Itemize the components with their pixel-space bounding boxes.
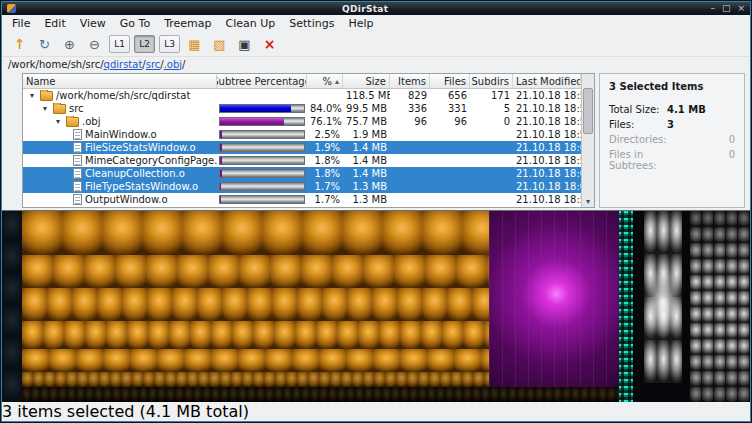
breadcrumb-link-src[interactable]: src <box>146 59 161 70</box>
detail-row-files: Files: 3 <box>609 119 735 130</box>
treemap-teal-strip[interactable] <box>619 211 633 402</box>
row-modified: 21.10.18 18:57 <box>513 103 581 114</box>
column-header-size[interactable]: Size <box>343 74 390 88</box>
table-row[interactable]: CleanupCollection.o 1.8% 1.4 MB 21.10.18… <box>23 167 581 180</box>
table-row[interactable]: OutputWindow.o 1.7% 1.3 MB 21.10.18 18:5… <box>23 193 581 206</box>
menu-view[interactable]: View <box>73 16 113 31</box>
treemap-purple-tiles[interactable] <box>652 389 694 402</box>
column-header-name[interactable]: Name <box>23 74 217 88</box>
row-name: FileTypeStatsWindow.o <box>85 181 198 192</box>
row-modified: 21.10.18 18:07 <box>513 142 581 153</box>
row-name: CleanupCollection.o <box>85 168 185 179</box>
column-header-subtree-percentage[interactable]: Subtree Percentage <box>217 74 307 88</box>
column-header-percent[interactable]: %▴ <box>307 74 343 88</box>
row-size: 1.4 MB <box>343 155 390 166</box>
row-items: 96 <box>390 116 430 127</box>
file-icon <box>73 181 82 192</box>
toolbar: ↑ ↻ ⊕ ⊖ L1 L2 L3 ▦ ▧ ▣ × <box>2 32 750 57</box>
menu-file[interactable]: File <box>5 16 37 31</box>
close-icon[interactable]: × <box>737 3 745 14</box>
row-modified: 21.10.18 18:57 <box>513 116 581 127</box>
treemap-highlight-glow <box>644 266 682 338</box>
treemap-view[interactable] <box>2 210 750 402</box>
qdirstat-window: QDirStat – □ × File Edit View Go To Tree… <box>1 1 751 422</box>
breadcrumb-link-obj[interactable]: .obj <box>164 59 182 70</box>
row-size: 1.9 MB <box>343 129 390 140</box>
treemap-zoom-out-button[interactable]: ▧ <box>209 34 230 54</box>
treemap-dark-region[interactable] <box>2 211 22 402</box>
table-row[interactable]: FileSizeStatsWindow.o 1.9% 1.4 MB 21.10.… <box>23 141 581 154</box>
treemap-silver-grid-region[interactable] <box>690 211 750 402</box>
zoom-in-button[interactable]: ⊕ <box>59 34 80 54</box>
row-percent: 2.5% <box>307 129 343 140</box>
minimize-icon[interactable]: – <box>710 3 715 14</box>
app-icon <box>7 4 16 13</box>
row-percent: 76.1% <box>307 116 343 127</box>
row-percent: 1.7% <box>307 181 343 192</box>
row-size: 118.5 MB <box>343 90 390 101</box>
treemap-object-files-region[interactable] <box>22 211 489 387</box>
row-subdirs: 0 <box>470 116 513 127</box>
row-size: 99.5 MB <box>343 103 390 114</box>
expander-icon[interactable]: ▾ <box>27 92 37 100</box>
table-row[interactable]: ▾ /work/home/sh/src/qdirstat 118.5 MB 82… <box>23 89 581 102</box>
menubar: File Edit View Go To Treemap Clean Up Se… <box>2 15 750 32</box>
folder-icon <box>66 117 79 127</box>
vertical-scrollbar[interactable]: ▾ <box>581 74 594 207</box>
main-area: Name Subtree Percentage %▴ Size Items Fi… <box>2 71 750 210</box>
menu-cleanup[interactable]: Clean Up <box>219 16 283 31</box>
table-row[interactable]: FileTypeStatsWindow.o 1.7% 1.3 MB 21.10.… <box>23 180 581 193</box>
column-header-files[interactable]: Files <box>430 74 470 88</box>
percentage-bar <box>217 195 307 204</box>
treemap-magenta-region[interactable] <box>489 211 619 387</box>
file-icon <box>73 155 82 166</box>
folder-icon <box>40 91 53 101</box>
column-header-items[interactable]: Items <box>390 74 430 88</box>
menu-edit[interactable]: Edit <box>37 16 72 31</box>
row-files: 331 <box>430 103 470 114</box>
level-1-button[interactable]: L1 <box>109 35 130 53</box>
expander-icon[interactable]: ▾ <box>53 118 63 126</box>
detail-row-directories: Directories: 0 <box>609 134 735 145</box>
menu-goto[interactable]: Go To <box>113 16 157 31</box>
row-percent: 1.9% <box>307 142 343 153</box>
sort-indicator-icon: ▴ <box>335 77 339 86</box>
zoom-out-button[interactable]: ⊖ <box>84 34 105 54</box>
row-size: 1.4 MB <box>343 168 390 179</box>
treemap-bottom-strip[interactable] <box>22 387 619 402</box>
breadcrumb-link-qdirstat[interactable]: qdirstat <box>104 59 143 70</box>
row-files: 656 <box>430 90 470 101</box>
level-2-button[interactable]: L2 <box>134 35 155 53</box>
column-header-last-modified[interactable]: Last Modified <box>513 74 581 88</box>
expander-icon[interactable]: ▾ <box>40 105 50 113</box>
menu-help[interactable]: Help <box>341 16 380 31</box>
maximize-icon[interactable]: □ <box>722 3 731 14</box>
table-row[interactable]: MainWindow.o 2.5% 1.9 MB 21.10.18 18:57 <box>23 128 581 141</box>
scrollbar-thumb[interactable] <box>583 88 593 134</box>
stop-button[interactable]: × <box>259 34 280 54</box>
menu-settings[interactable]: Settings <box>282 16 341 31</box>
treemap-zoom-in-button[interactable]: ▦ <box>184 34 205 54</box>
file-icon <box>73 142 82 153</box>
table-row[interactable]: MimeCategoryConfigPage.o 1.8% 1.4 MB 21.… <box>23 154 581 167</box>
details-panel: 3 Selected Items Total Size: 4.1 MB File… <box>599 73 745 208</box>
row-size: 1.4 MB <box>343 142 390 153</box>
row-size: 1.3 MB <box>343 181 390 192</box>
breadcrumb-suffix: / <box>182 59 185 70</box>
row-name: /work/home/sh/src/qdirstat <box>56 90 190 101</box>
menu-treemap[interactable]: Treemap <box>157 16 218 31</box>
row-name: MimeCategoryConfigPage.o <box>85 155 217 166</box>
go-up-button[interactable]: ↑ <box>9 34 30 54</box>
level-3-button[interactable]: L3 <box>159 35 180 53</box>
scroll-down-icon[interactable]: ▾ <box>582 195 594 207</box>
refresh-button[interactable]: ↻ <box>34 34 55 54</box>
column-header-subdirs[interactable]: Subdirs <box>470 74 513 88</box>
row-name: FileSizeStatsWindow.o <box>85 142 196 153</box>
table-row[interactable]: ▾ .obj 76.1% 75.7 MB 96 96 0 21.10.18 18… <box>23 115 581 128</box>
row-modified: 21.10.18 18:07 <box>513 181 581 192</box>
tree-header: Name Subtree Percentage %▴ Size Items Fi… <box>23 74 581 89</box>
screenshot-button[interactable]: ▣ <box>234 34 255 54</box>
row-percent: 1.8% <box>307 168 343 179</box>
row-size: 1.3 MB <box>343 194 390 205</box>
table-row[interactable]: ▾ src 84.0% 99.5 MB 336 331 5 21.10.18 1… <box>23 102 581 115</box>
